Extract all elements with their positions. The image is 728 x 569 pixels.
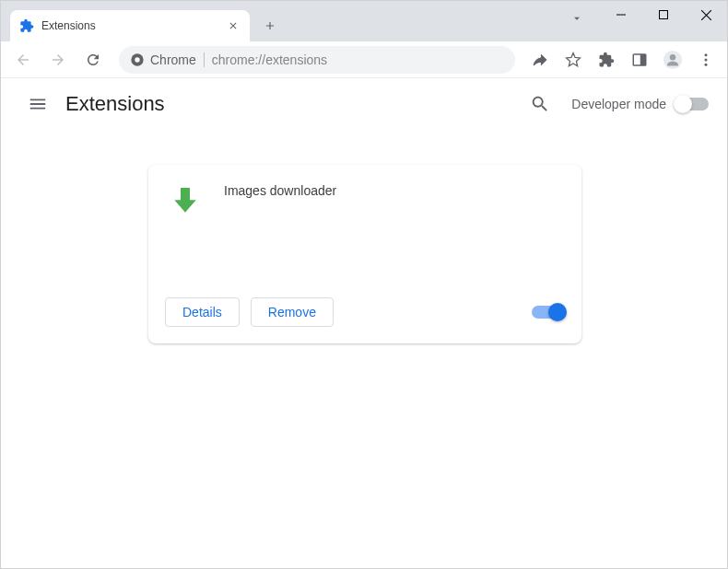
svg-point-7	[705, 53, 708, 56]
browser-titlebar: Extensions	[1, 1, 727, 41]
extensions-header: Extensions Developer mode	[1, 78, 727, 130]
browser-toolbar: Chrome chrome://extensions	[1, 41, 727, 78]
extension-name: Images downloader	[224, 181, 336, 283]
extension-puzzle-icon	[19, 18, 34, 33]
window-controls	[600, 1, 727, 29]
developer-mode-control: Developer mode	[571, 97, 709, 111]
reload-button[interactable]	[78, 45, 108, 75]
side-panel-icon[interactable]	[626, 46, 653, 74]
extension-enabled-toggle[interactable]	[532, 306, 565, 319]
maximize-button[interactable]	[642, 1, 685, 29]
tab-close-icon[interactable]	[226, 18, 241, 33]
page-content: Extensions Developer mode Images downloa…	[1, 78, 727, 568]
chevron-down-icon[interactable]	[570, 12, 583, 25]
svg-rect-4	[640, 54, 646, 65]
developer-mode-toggle[interactable]	[675, 98, 709, 110]
close-button[interactable]	[685, 1, 727, 29]
share-icon[interactable]	[526, 46, 554, 74]
address-url: chrome://extensions	[212, 52, 327, 67]
svg-point-8	[705, 58, 708, 61]
page-title: Extensions	[65, 92, 165, 116]
hamburger-menu-icon[interactable]	[19, 86, 56, 122]
search-icon[interactable]	[523, 87, 557, 121]
svg-point-6	[670, 54, 675, 60]
address-bar[interactable]: Chrome chrome://extensions	[119, 46, 515, 74]
svg-rect-0	[660, 11, 668, 19]
browser-tab[interactable]: Extensions	[10, 10, 250, 41]
address-prefix: Chrome	[150, 52, 196, 67]
tab-title: Extensions	[41, 19, 218, 32]
svg-point-2	[135, 57, 139, 62]
address-divider	[204, 52, 205, 67]
extensions-icon[interactable]	[593, 46, 620, 74]
remove-button[interactable]: Remove	[251, 297, 334, 327]
svg-point-9	[705, 63, 708, 65]
profile-avatar-icon[interactable]	[659, 46, 687, 74]
chrome-icon: Chrome	[130, 52, 196, 67]
details-button[interactable]: Details	[165, 297, 240, 327]
extension-card: Images downloader Details Remove	[148, 165, 581, 343]
developer-mode-label: Developer mode	[571, 97, 666, 111]
minimize-button[interactable]	[600, 1, 642, 29]
back-button[interactable]	[8, 45, 38, 75]
bookmark-star-icon[interactable]	[559, 46, 587, 74]
new-tab-button[interactable]	[257, 13, 283, 39]
download-arrow-icon	[165, 181, 205, 222]
menu-dots-icon[interactable]	[692, 46, 720, 74]
forward-button[interactable]	[43, 45, 73, 75]
